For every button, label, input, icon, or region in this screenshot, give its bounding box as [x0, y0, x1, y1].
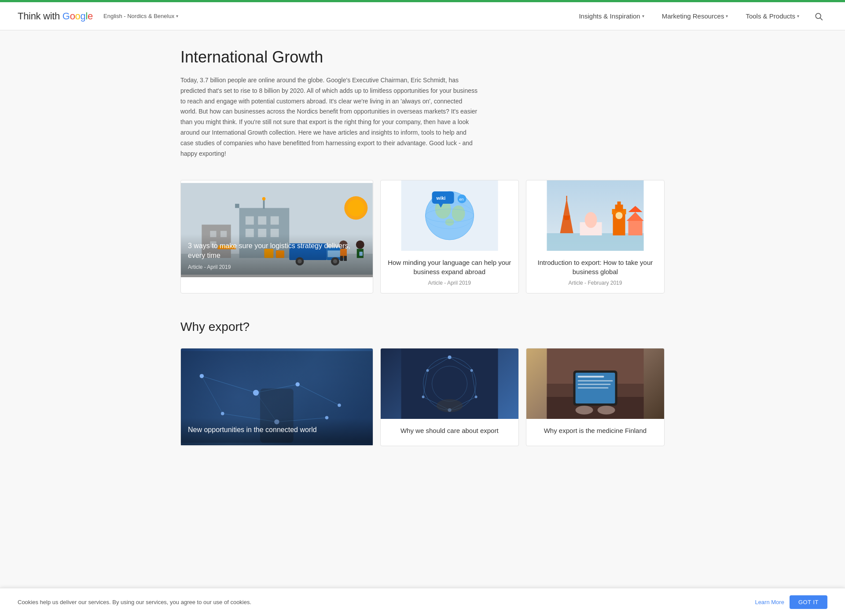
- logo[interactable]: Think with Google: [18, 11, 93, 22]
- card-connected-world[interactable]: New opportunities in the connected world: [180, 348, 373, 446]
- search-icon: [814, 12, 823, 21]
- card-intro-export-meta: Article - February 2019: [533, 280, 657, 286]
- featured-cards-grid: 3 ways to make sure your logistics strat…: [180, 180, 665, 293]
- card-logistics[interactable]: 3 ways to make sure your logistics strat…: [180, 180, 373, 293]
- card-logistics-title: 3 ways to make sure your logistics strat…: [188, 241, 366, 261]
- card-intro-export[interactable]: Introduction to export: How to take your…: [526, 180, 665, 293]
- card-connected-world-image: New opportunities in the connected world: [181, 348, 373, 445]
- hero-body: Today, 3.7 billion people are online aro…: [180, 75, 480, 159]
- card-intro-export-title: Introduction to export: How to take your…: [533, 258, 657, 276]
- main-content: International Growth Today, 3.7 billion …: [172, 30, 673, 481]
- svg-point-76: [200, 374, 204, 378]
- globe-svg: wiki en: [381, 180, 518, 251]
- card-finland-export-image: [526, 348, 664, 419]
- why-export-grid: New opportunities in the connected world: [180, 348, 665, 446]
- tools-label: Tools & Products: [746, 12, 795, 20]
- svg-rect-108: [577, 387, 608, 389]
- navbar-left: Think with Google English - Nordics & Be…: [18, 11, 182, 22]
- svg-text:wiki: wiki: [436, 195, 445, 201]
- why-export-section: Why export?: [180, 320, 665, 446]
- marketing-label: Marketing Resources: [662, 12, 724, 20]
- language-selector[interactable]: English - Nordics & Benelux ▾: [100, 11, 182, 21]
- card-logistics-overlay: 3 ways to make sure your logistics strat…: [181, 234, 373, 278]
- svg-rect-106: [577, 380, 613, 381]
- card-finland-export[interactable]: Why export is the medicine Finland: [526, 348, 665, 446]
- svg-point-37: [348, 200, 364, 216]
- card-intro-export-image: [526, 180, 664, 251]
- svg-rect-52: [547, 233, 643, 251]
- card-care-export[interactable]: Why we should care about export: [380, 348, 519, 446]
- card-language-body: How minding your language can help your …: [381, 251, 518, 293]
- navbar-right: Insights & Inspiration ▾ Marketing Resou…: [572, 7, 827, 25]
- svg-rect-12: [263, 200, 265, 209]
- svg-point-57: [584, 212, 597, 228]
- navbar: Think with Google English - Nordics & Be…: [0, 2, 845, 30]
- svg-rect-5: [235, 204, 239, 208]
- svg-rect-7: [258, 216, 266, 225]
- card-logistics-meta: Article - April 2019: [188, 264, 366, 270]
- chevron-down-icon: ▾: [176, 14, 178, 18]
- card-language-title: How minding your language can help your …: [388, 258, 511, 276]
- hero-title: International Growth: [180, 48, 480, 66]
- svg-point-13: [262, 197, 266, 201]
- svg-rect-65: [628, 220, 642, 235]
- card-care-export-title: Why we should care about export: [388, 426, 511, 435]
- tablet-svg: [526, 348, 664, 419]
- chevron-down-icon: ▾: [797, 14, 799, 18]
- card-care-export-image: [381, 348, 518, 419]
- hero-section: International Growth Today, 3.7 billion …: [180, 48, 480, 159]
- card-connected-world-overlay: New opportunities in the connected world: [181, 418, 373, 445]
- insights-nav-item[interactable]: Insights & Inspiration ▾: [572, 9, 651, 23]
- svg-point-80: [221, 412, 224, 415]
- chevron-down-icon: ▾: [642, 14, 644, 18]
- svg-rect-6: [246, 216, 254, 225]
- svg-point-64: [615, 212, 622, 219]
- svg-point-99: [436, 399, 463, 412]
- chevron-down-icon: ▾: [726, 14, 728, 18]
- svg-point-78: [295, 382, 299, 386]
- svg-rect-107: [577, 384, 610, 385]
- card-connected-world-title: New opportunities in the connected world: [188, 425, 366, 435]
- svg-text:en: en: [459, 197, 463, 202]
- lang-label: English - Nordics & Benelux: [103, 13, 174, 19]
- card-language-image: wiki en: [381, 180, 518, 251]
- svg-point-42: [452, 205, 465, 221]
- svg-point-109: [575, 406, 593, 414]
- tools-nav-item[interactable]: Tools & Products ▾: [738, 9, 806, 23]
- svg-rect-105: [577, 376, 604, 378]
- svg-rect-59: [595, 228, 600, 235]
- search-button[interactable]: [810, 7, 827, 25]
- svg-line-1: [820, 18, 823, 20]
- card-language-meta: Article - April 2019: [388, 280, 511, 286]
- svg-rect-8: [271, 216, 279, 225]
- svg-point-79: [338, 404, 341, 407]
- svg-point-77: [253, 390, 259, 396]
- svg-rect-55: [566, 196, 567, 200]
- card-logistics-image: 3 ways to make sure your logistics strat…: [181, 180, 373, 277]
- tech-svg: [381, 348, 518, 419]
- card-finland-export-title: Why export is the medicine Finland: [533, 426, 657, 435]
- svg-rect-58: [581, 228, 585, 235]
- svg-rect-63: [617, 202, 621, 206]
- card-care-export-body: Why we should care about export: [381, 419, 518, 446]
- featured-cards-section: 3 ways to make sure your logistics strat…: [180, 180, 665, 293]
- card-finland-export-body: Why export is the medicine Finland: [526, 419, 664, 446]
- card-intro-export-body: Introduction to export: How to take your…: [526, 251, 664, 293]
- why-export-title: Why export?: [180, 320, 665, 334]
- insights-label: Insights & Inspiration: [579, 12, 640, 20]
- svg-point-110: [597, 406, 615, 414]
- marketing-nav-item[interactable]: Marketing Resources ▾: [655, 9, 735, 23]
- city-svg: [526, 180, 664, 251]
- card-language[interactable]: wiki en How minding your language can he…: [380, 180, 519, 293]
